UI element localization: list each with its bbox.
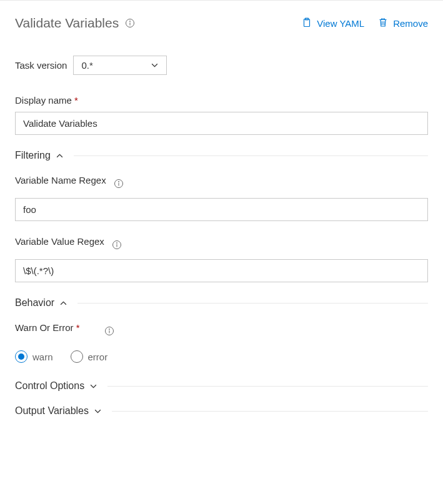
- display-name-field: Display name*: [15, 95, 428, 135]
- svg-point-12: [109, 329, 110, 329]
- task-version-field: Task version 0.*: [15, 56, 428, 75]
- filtering-title: Filtering: [15, 150, 51, 161]
- var-value-regex-label: Variable Value Regex: [15, 236, 104, 247]
- output-variables-title: Output Variables: [15, 405, 89, 417]
- chevron-up-icon: [56, 152, 64, 160]
- warn-or-error-radio-group: warn error: [15, 350, 428, 363]
- control-options-section-toggle[interactable]: Control Options: [15, 380, 428, 392]
- svg-point-6: [118, 181, 119, 182]
- info-icon[interactable]: [104, 326, 114, 336]
- warn-radio-label: warn: [32, 352, 53, 362]
- warn-or-error-field: Warn Or Error* warn error: [15, 322, 428, 363]
- header-actions: View YAML Remove: [302, 17, 428, 29]
- svg-point-1: [130, 21, 131, 22]
- remove-label: Remove: [393, 18, 428, 29]
- display-name-label: Display name*: [15, 95, 428, 106]
- var-name-regex-input[interactable]: [15, 198, 428, 221]
- svg-point-9: [116, 242, 117, 243]
- var-value-regex-field: Variable Value Regex: [15, 236, 428, 282]
- control-options-title: Control Options: [15, 380, 84, 392]
- chevron-down-icon: [89, 382, 97, 390]
- divider: [74, 156, 428, 156]
- task-version-value: 0.*: [81, 60, 92, 71]
- divider: [107, 386, 428, 387]
- radio-icon: [15, 350, 27, 363]
- chevron-up-icon: [59, 299, 67, 307]
- chevron-down-icon: [151, 61, 159, 69]
- behavior-title: Behavior: [15, 297, 54, 309]
- filtering-section-toggle[interactable]: Filtering: [15, 150, 428, 161]
- error-radio-label: error: [88, 352, 108, 362]
- error-radio[interactable]: error: [71, 350, 108, 363]
- required-marker: *: [74, 95, 78, 106]
- chevron-down-icon: [94, 407, 102, 415]
- radio-icon: [71, 350, 83, 363]
- title-group: Validate Variables: [15, 16, 135, 31]
- task-version-label: Task version: [15, 60, 67, 71]
- divider: [112, 411, 428, 412]
- warn-or-error-label: Warn Or Error*: [15, 322, 79, 333]
- trash-icon: [378, 17, 388, 29]
- view-yaml-button[interactable]: View YAML: [302, 17, 364, 29]
- info-icon[interactable]: [114, 179, 124, 189]
- warn-radio[interactable]: warn: [15, 350, 53, 363]
- var-value-regex-input[interactable]: [15, 259, 428, 282]
- var-name-regex-field: Variable Name Regex: [15, 175, 428, 221]
- info-icon[interactable]: [112, 240, 122, 250]
- remove-button[interactable]: Remove: [378, 17, 428, 29]
- divider: [77, 303, 428, 304]
- required-marker: *: [76, 322, 80, 333]
- info-icon[interactable]: [125, 18, 135, 28]
- clipboard-icon: [302, 17, 312, 29]
- task-version-select[interactable]: 0.*: [73, 56, 167, 75]
- page-title: Validate Variables: [15, 16, 119, 31]
- output-variables-section-toggle[interactable]: Output Variables: [15, 405, 428, 417]
- view-yaml-label: View YAML: [317, 18, 364, 29]
- behavior-section-toggle[interactable]: Behavior: [15, 297, 428, 309]
- var-name-regex-label: Variable Name Regex: [15, 175, 106, 185]
- task-header: Validate Variables View YAML Remove: [15, 16, 428, 31]
- display-name-input[interactable]: [15, 112, 428, 135]
